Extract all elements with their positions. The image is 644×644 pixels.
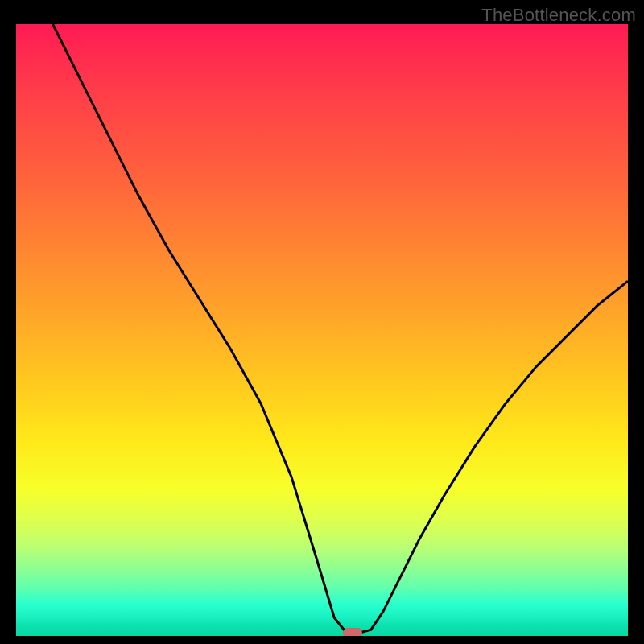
minimum-marker: [343, 628, 362, 636]
bottleneck-curve: [16, 24, 628, 636]
chart-frame: TheBottleneck.com: [0, 0, 644, 644]
watermark-text: TheBottleneck.com: [481, 5, 636, 26]
plot-area: [16, 24, 628, 636]
curve-path: [53, 24, 628, 633]
